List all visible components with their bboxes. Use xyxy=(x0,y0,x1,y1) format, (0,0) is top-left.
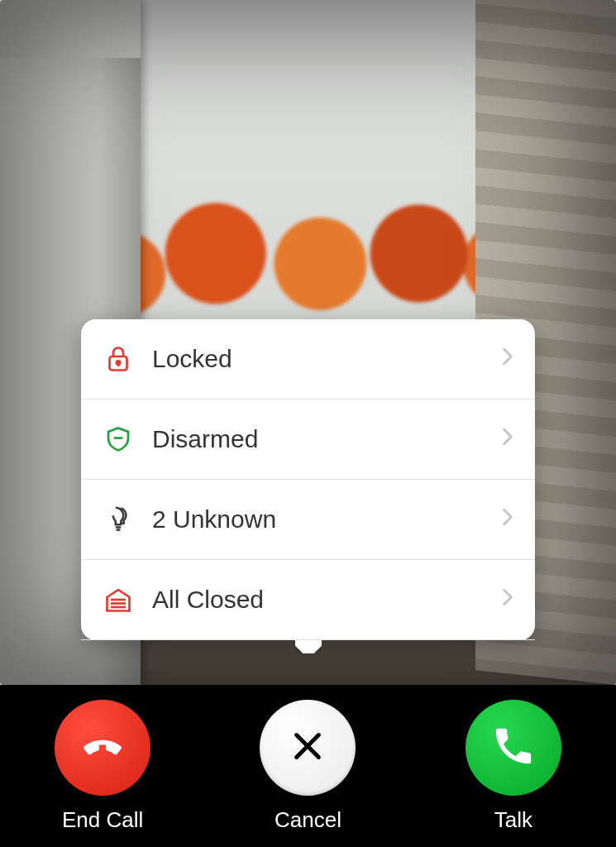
status-popover: Locked Disarmed xyxy=(81,319,535,640)
status-row-label: 2 Unknown xyxy=(152,505,502,534)
end-call-label: End Call xyxy=(62,807,143,833)
end-call-wrap: End Call xyxy=(55,700,150,833)
status-row-security[interactable]: Disarmed xyxy=(81,400,535,480)
talk-wrap: Talk xyxy=(466,700,561,833)
lightbulb-icon xyxy=(99,500,137,538)
status-row-label: All Closed xyxy=(152,586,502,614)
talk-button[interactable] xyxy=(466,700,561,796)
phone-down-icon xyxy=(79,722,127,773)
cancel-wrap: Cancel xyxy=(260,700,356,833)
doorbell-camera-view: Locked Disarmed xyxy=(0,0,616,685)
chevron-right-icon xyxy=(502,428,517,451)
status-row-label: Disarmed xyxy=(152,425,502,453)
chevron-right-icon xyxy=(502,347,517,371)
cancel-button[interactable] xyxy=(260,700,356,796)
phone-icon xyxy=(491,724,536,772)
garage-icon xyxy=(99,581,137,619)
chevron-right-icon xyxy=(502,588,517,611)
status-row-garage[interactable]: All Closed xyxy=(81,560,535,640)
chevron-right-icon xyxy=(502,508,517,531)
status-row-label: Locked xyxy=(152,345,502,373)
close-icon xyxy=(289,727,327,768)
status-row-lights[interactable]: 2 Unknown xyxy=(81,480,535,560)
end-call-button[interactable] xyxy=(55,700,150,796)
shield-icon xyxy=(99,420,137,458)
popover-tail xyxy=(295,640,322,653)
call-bar: End Call Cancel Talk xyxy=(0,685,616,847)
cancel-label: Cancel xyxy=(275,807,341,833)
svg-point-1 xyxy=(117,361,120,364)
lock-icon xyxy=(99,340,137,378)
status-row-lock[interactable]: Locked xyxy=(81,319,535,400)
talk-label: Talk xyxy=(494,807,532,833)
